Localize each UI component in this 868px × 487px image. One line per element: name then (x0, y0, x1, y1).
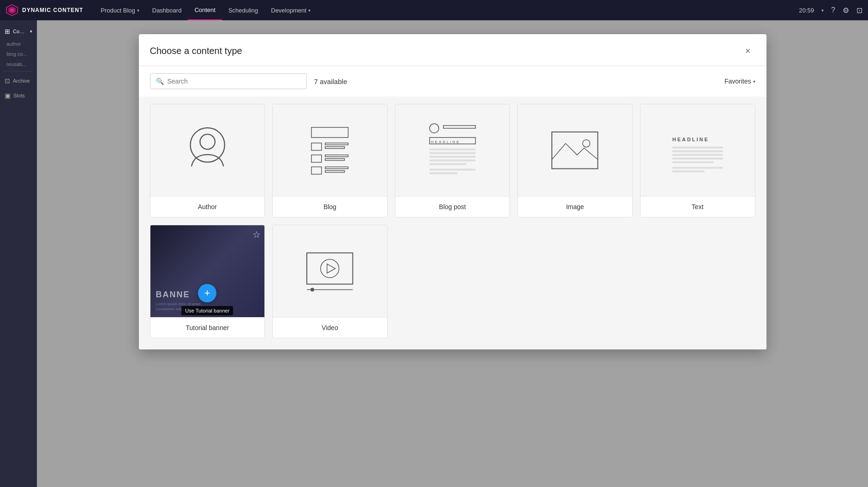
card-blog[interactable]: Blog (272, 104, 388, 217)
chevron-down-icon: ▾ (30, 29, 32, 34)
video-preview (273, 225, 387, 318)
svg-rect-29 (672, 147, 723, 149)
svg-rect-34 (672, 167, 723, 168)
svg-rect-8 (325, 147, 345, 149)
account-icon[interactable]: ⊡ (856, 6, 862, 15)
dialog-overlay: Choose a content type × 🔍 7 available Fa… (37, 20, 868, 487)
card-blog-post[interactable]: HEADLINE (395, 104, 510, 217)
svg-rect-19 (430, 149, 475, 150)
slots-icon: ▣ (5, 92, 11, 99)
favorite-star-icon[interactable]: ☆ (252, 229, 261, 240)
svg-point-37 (321, 259, 339, 278)
main-content: Choose a content type × 🔍 7 available Fa… (37, 20, 868, 487)
sidebar-item-slots[interactable]: ▣ Slots (0, 88, 37, 103)
sidebar-divider (4, 71, 33, 72)
clock-display: 20:59 (799, 7, 814, 14)
blog-post-icon: HEADLINE (413, 118, 492, 182)
author-label: Author (150, 197, 265, 217)
svg-rect-5 (311, 127, 348, 138)
nav-product-blog[interactable]: Product Blog ▾ (94, 0, 145, 20)
svg-rect-20 (430, 152, 475, 154)
close-button[interactable]: × (741, 43, 755, 58)
text-icon: HEADLINE (658, 118, 737, 182)
svg-point-15 (430, 124, 439, 133)
sidebar-item-content[interactable]: ⊞ Conte... ▾ (0, 24, 37, 39)
topbar-right: 20:59 ▾ ? ⚙ ⊡ (799, 6, 862, 15)
logo: DYNAMIC CONTENT (6, 4, 83, 17)
blog-preview (273, 104, 387, 197)
author-preview (150, 104, 265, 197)
tutorial-banner-label: Tutorial banner (150, 318, 265, 338)
card-author[interactable]: Author (150, 104, 265, 217)
image-label: Image (518, 197, 632, 217)
content-icon: ⊞ (5, 28, 10, 35)
favorites-dropdown-icon: ▾ (753, 79, 755, 84)
nav-scheduling[interactable]: Scheduling (222, 0, 264, 20)
favorites-button[interactable]: Favorites ▾ (724, 78, 755, 85)
svg-rect-22 (430, 159, 475, 161)
svg-rect-35 (672, 170, 705, 172)
text-label: Text (641, 197, 755, 217)
nav-content[interactable]: Content (188, 0, 222, 20)
image-icon (535, 118, 615, 182)
svg-point-40 (311, 288, 314, 291)
tutorial-tooltip: Use Tutorial banner (181, 306, 233, 315)
available-count: 7 available (314, 78, 347, 85)
svg-point-27 (583, 140, 590, 147)
tutorial-banner-image: BANNE Lorem ipsum dolor sit ametconsecte… (150, 225, 265, 317)
blog-post-preview: HEADLINE (395, 104, 510, 197)
svg-rect-12 (311, 167, 322, 174)
blog-post-label: Blog post (395, 197, 510, 217)
svg-rect-14 (325, 170, 345, 172)
svg-rect-13 (325, 167, 348, 168)
archive-icon: ⊡ (5, 77, 10, 84)
sidebar-item-archive[interactable]: ⊡ Archive (0, 73, 37, 88)
svg-rect-25 (430, 172, 457, 174)
sidebar-subitem-reusable[interactable]: reusab... (0, 59, 37, 69)
topbar-dropdown-icon[interactable]: ▾ (821, 8, 824, 13)
image-preview (518, 104, 632, 197)
video-icon (290, 239, 370, 303)
card-tutorial-banner[interactable]: BANNE Lorem ipsum dolor sit ametconsecte… (150, 225, 265, 338)
cards-row-1: Author (150, 104, 755, 217)
search-input[interactable] (168, 78, 301, 85)
svg-rect-11 (325, 158, 345, 160)
svg-rect-33 (672, 161, 714, 163)
chevron-down-icon: ▾ (308, 8, 311, 13)
card-image[interactable]: Image (517, 104, 633, 217)
svg-marker-38 (327, 264, 335, 273)
svg-rect-6 (311, 143, 322, 150)
svg-rect-9 (311, 155, 322, 162)
text-preview: HEADLINE (641, 104, 755, 197)
blog-label: Blog (273, 197, 387, 217)
nav-dashboard[interactable]: Dashboard (146, 0, 188, 20)
svg-point-4 (200, 134, 215, 150)
svg-rect-31 (672, 154, 723, 156)
nav-development[interactable]: Development ▾ (264, 0, 317, 20)
svg-text:HEADLINE: HEADLINE (431, 140, 461, 144)
search-bar: 🔍 7 available Favorites ▾ (139, 66, 766, 96)
svg-rect-16 (443, 126, 476, 128)
add-tutorial-banner-button[interactable]: + (198, 284, 216, 302)
svg-rect-24 (430, 168, 475, 170)
sidebar-subitem-blog[interactable]: blog co... (0, 49, 37, 59)
search-input-wrap: 🔍 (150, 73, 307, 89)
svg-rect-23 (430, 163, 467, 165)
search-icon: 🔍 (156, 78, 164, 85)
card-text[interactable]: HEADLINE Text (640, 104, 755, 217)
svg-rect-26 (552, 132, 598, 169)
svg-point-3 (190, 128, 224, 162)
app-title: DYNAMIC CONTENT (22, 7, 83, 13)
tutorial-banner-preview: BANNE Lorem ipsum dolor sit ametconsecte… (150, 225, 265, 318)
svg-rect-30 (672, 150, 723, 152)
cards-row-2: BANNE Lorem ipsum dolor sit ametconsecte… (150, 225, 755, 338)
card-video[interactable]: Video (272, 225, 388, 338)
dialog-header: Choose a content type × (139, 34, 766, 66)
settings-icon[interactable]: ⚙ (843, 6, 849, 15)
dialog-content: Author (139, 96, 766, 349)
chevron-down-icon: ▾ (137, 8, 139, 13)
svg-rect-36 (307, 253, 353, 284)
logo-icon (6, 4, 18, 17)
sidebar-subitem-author[interactable]: author (0, 39, 37, 49)
help-icon[interactable]: ? (831, 6, 835, 14)
